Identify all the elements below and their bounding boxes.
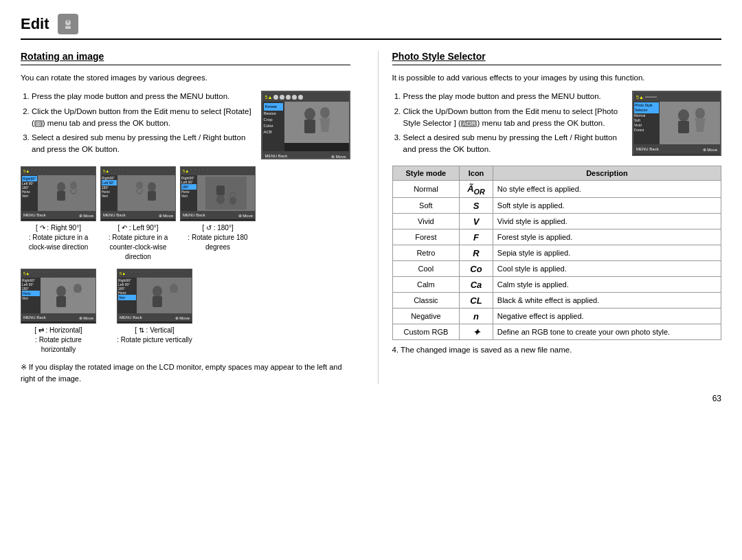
table-header-description: Description xyxy=(493,166,721,180)
desc-classic: Black & white effect is applied. xyxy=(493,293,721,309)
rotate-left-screen: 5▲ ⬛⬛⬛⬛⬛ Right90° Left 90° 180° Horiz Ve… xyxy=(100,166,176,221)
table-header-style: Style mode xyxy=(392,166,460,180)
right-step-2: Click the Up/Down button from the Edit m… xyxy=(403,106,625,130)
table-header-icon: Icon xyxy=(460,166,493,180)
style-normal: Normal xyxy=(392,180,460,198)
svg-point-10 xyxy=(70,181,77,190)
icon-forest: F xyxy=(460,229,493,245)
style-classic: Classic xyxy=(392,293,460,309)
svg-point-4 xyxy=(304,108,315,120)
rotate-180-screen: 5▲ ⬛⬛⬛⬛⬛ Right90° Left 90° 180° Horiz Ve… xyxy=(180,166,256,221)
svg-rect-1 xyxy=(65,26,71,29)
svg-point-8 xyxy=(57,182,65,192)
rotate-camera-screen: 5▲ Rotate Resize Crop xyxy=(261,91,350,159)
table-row: Vivid V Vivid style is applied. xyxy=(392,214,721,229)
desc-normal: No style effect is applied. xyxy=(493,180,721,198)
flip-horizontal-item: 5▲ ⬛⬛⬛⬛⬛ Right90° Left 90° 180° Horiz Ve… xyxy=(21,269,96,355)
steps-with-image: Press the play mode button and press the… xyxy=(21,91,350,159)
right-screen-top: 5▲ ▪▪▪▪▪▪▪▪ xyxy=(633,92,720,102)
desc-calm: Calm style is applied. xyxy=(493,277,721,293)
svg-point-26 xyxy=(170,284,178,293)
desc-cool: Cool style is applied. xyxy=(493,261,721,277)
icon-soft: S xyxy=(460,198,493,214)
svg-rect-11 xyxy=(126,177,167,210)
left-section-title: Rotating an image xyxy=(21,51,350,65)
flip-vertical-label: [ ⇅ : Vertical]: Rotate picture vertical… xyxy=(117,326,192,345)
svg-rect-29 xyxy=(678,121,689,133)
icon-classic: CL xyxy=(460,293,493,309)
svg-rect-17 xyxy=(216,186,225,195)
icon-normal: ÃOR xyxy=(460,180,493,198)
steps-text-block: Press the play mode button and press the… xyxy=(21,91,254,159)
svg-rect-5 xyxy=(304,120,315,133)
step-2: Click the Up/Down button from the Edit m… xyxy=(32,106,254,130)
desc-vivid: Vivid style is applied. xyxy=(493,214,721,229)
table-row: Retro R Sepia style is applied. xyxy=(392,245,721,261)
flip-vertical-screen: 5▲ ⬛⬛⬛⬛⬛ Right90° Left 90° 180° Horiz Ve… xyxy=(117,269,192,324)
table-row: Classic CL Black & white effect is appli… xyxy=(392,293,721,309)
right-section-title: Photo Style Selector xyxy=(392,51,722,65)
svg-rect-23 xyxy=(144,279,185,312)
svg-rect-15 xyxy=(205,177,247,210)
left-note: ※ If you display the rotated image on th… xyxy=(21,361,350,384)
svg-point-6 xyxy=(320,107,330,118)
flip-options-row: 5▲ ⬛⬛⬛⬛⬛ Right90° Left 90° 180° Horiz Ve… xyxy=(21,269,350,355)
desc-negative: Negative effect is applied. xyxy=(493,309,721,324)
right-steps-container: Press the play mode button and press the… xyxy=(392,91,722,158)
rotate-left-label: [ ↶ : Left 90°]: Rotate picture in acoun… xyxy=(100,223,176,262)
style-vivid: Vivid xyxy=(392,214,460,229)
svg-point-22 xyxy=(74,284,82,293)
style-negative: Negative xyxy=(392,309,460,324)
table-row: Calm Ca Calm style is applied. xyxy=(392,277,721,293)
page-number: 63 xyxy=(21,394,721,403)
left-intro: You can rotate the stored images by vari… xyxy=(21,72,350,84)
style-mode-table: Style mode Icon Description Normal ÃOR N… xyxy=(392,166,722,341)
right-screen-body: Photo Style Selector Normal Soft Vivid F… xyxy=(633,102,720,144)
svg-rect-21 xyxy=(56,296,66,307)
step-1: Press the play mode button and press the… xyxy=(32,91,254,102)
table-row: Forest F Forest style is applied. xyxy=(392,229,721,245)
right-step-3: Select a desired sub menu by pressing th… xyxy=(403,132,625,156)
table-row: Negative n Negative effect is applied. xyxy=(392,309,721,324)
icon-retro: R xyxy=(460,245,493,261)
flip-horizontal-screen: 5▲ ⬛⬛⬛⬛⬛ Right90° Left 90° 180° Horiz Ve… xyxy=(21,269,96,324)
icon-cool: Co xyxy=(460,261,493,277)
rotate-180-label: [ ↺ : 180°]: Rotate picture 180 degrees xyxy=(180,223,256,252)
flip-vertical-item: 5▲ ⬛⬛⬛⬛⬛ Right90° Left 90° 180° Horiz Ve… xyxy=(117,269,192,355)
right-column: Photo Style Selector It is possible to a… xyxy=(378,51,722,384)
style-custom-rgb: Custom RGB xyxy=(392,324,460,340)
page-container: Edit Rotating an image You can rotate th… xyxy=(21,14,721,403)
icon-vivid: V xyxy=(460,214,493,229)
svg-rect-9 xyxy=(57,191,65,201)
rotate-right-item: 5▲ ⬛⬛⬛⬛⬛ Right90° Left 90° 180° Horiz Ve… xyxy=(21,166,96,262)
table-row: Cool Co Cool style is applied. xyxy=(392,261,721,277)
screen-body: Rotate Resize Crop Color ACB xyxy=(262,102,349,151)
right-intro: It is possible to add various effects to… xyxy=(392,72,722,84)
desc-soft: Soft style is applied. xyxy=(493,198,721,214)
rotate-options-row: 5▲ ⬛⬛⬛⬛⬛ Right90° Left 90° 180° Horiz Ve… xyxy=(21,166,350,262)
svg-point-30 xyxy=(695,108,705,119)
svg-point-24 xyxy=(153,286,162,297)
icon-custom-rgb: ✦ xyxy=(460,324,493,340)
icon-calm: Ca xyxy=(460,277,493,293)
style-forest: Forest xyxy=(392,229,460,245)
left-column: Rotating an image You can rotate the sto… xyxy=(21,51,357,384)
rotate-180-item: 5▲ ⬛⬛⬛⬛⬛ Right90° Left 90° 180° Horiz Ve… xyxy=(180,166,256,262)
table-row: Soft S Soft style is applied. xyxy=(392,198,721,214)
right-step-1: Press the play mode button and press the… xyxy=(403,91,625,102)
icon-negative: n xyxy=(460,309,493,324)
step-3: Select a desired sub menu by pressing th… xyxy=(32,132,254,156)
right-steps-text: Press the play mode button and press the… xyxy=(392,91,625,158)
screen-bottom-bar: MENU Back ⊕ Move xyxy=(262,151,349,159)
main-content: Rotating an image You can rotate the sto… xyxy=(21,51,721,384)
title-text: Edit xyxy=(21,15,49,33)
svg-point-2 xyxy=(67,21,69,23)
edit-icon xyxy=(58,14,78,34)
svg-rect-3 xyxy=(289,102,344,143)
rotate-right-screen: 5▲ ⬛⬛⬛⬛⬛ Right90° Left 90° 180° Horiz Ve… xyxy=(21,166,96,221)
right-screen-image xyxy=(660,102,720,144)
right-screen-bottom: MENU Back ⊕ Move xyxy=(633,144,720,154)
svg-rect-27 xyxy=(664,102,716,144)
style-retro: Retro xyxy=(392,245,460,261)
rotate-right-label: [ ↷ : Right 90°]: Rotate picture in aclo… xyxy=(21,223,96,252)
